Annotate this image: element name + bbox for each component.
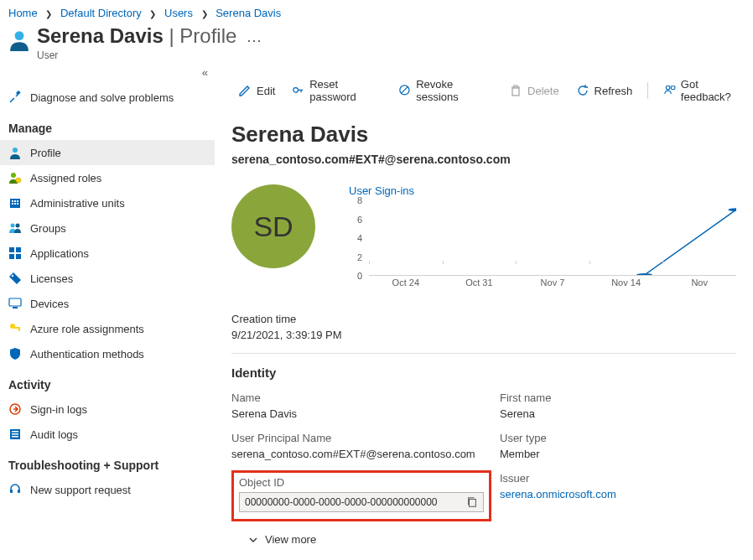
breadcrumb: Home ❯ Default Directory ❯ Users ❯ Seren…: [0, 0, 753, 23]
svg-rect-5: [12, 200, 13, 202]
headset-icon: [8, 483, 22, 496]
monitor-icon: [8, 297, 22, 310]
issuer-link[interactable]: serena.onmicrosoft.com: [500, 488, 616, 500]
svg-rect-10: [17, 203, 18, 205]
svg-point-17: [12, 275, 13, 277]
usertype-value: Member: [500, 448, 736, 460]
wrench-icon: [8, 91, 22, 104]
sidebar-item-label: Licenses: [30, 272, 73, 285]
breadcrumb-users[interactable]: Users: [164, 7, 193, 19]
chevron-right-icon: ❯: [45, 9, 52, 18]
issuer-label: Issuer: [500, 472, 736, 485]
sidebar-heading-manage: Manage: [0, 115, 215, 140]
creation-time-label: Creation time: [231, 313, 736, 325]
block-icon: [398, 84, 411, 97]
name-value: Serena Davis: [231, 407, 491, 420]
reset-password-button[interactable]: Reset password: [285, 75, 388, 106]
revoke-sessions-button[interactable]: Revoke sessions: [392, 75, 499, 106]
svg-point-11: [11, 224, 15, 228]
profile-display-name: Serena Davis: [231, 122, 736, 148]
sidebar-item-label: Groups: [30, 222, 66, 235]
upn-label: User Principal Name: [231, 432, 491, 444]
svg-rect-34: [671, 86, 675, 90]
svg-point-35: [636, 273, 652, 275]
sidebar-item-label: New support request: [30, 484, 131, 496]
sidebar-item-assigned-roles[interactable]: Assigned roles: [0, 165, 215, 190]
upn-value: serena_contoso.com#EXT#@serena.contoso.c…: [231, 448, 491, 460]
sidebar-item-profile[interactable]: Profile: [0, 140, 215, 165]
breadcrumb-directory[interactable]: Default Directory: [60, 7, 142, 19]
object-id-highlight: Object ID 00000000-0000-0000-0000-000000…: [231, 470, 491, 521]
sidebar-item-auth-methods[interactable]: Authentication methods: [0, 341, 215, 366]
objectid-label: Object ID: [239, 476, 484, 489]
breadcrumb-home[interactable]: Home: [8, 7, 38, 19]
view-more-toggle[interactable]: View more: [231, 533, 736, 546]
sidebar-item-diagnose[interactable]: Diagnose and solve problems: [0, 85, 215, 110]
svg-point-3: [16, 178, 21, 183]
sidebar-item-label: Diagnose and solve problems: [30, 91, 174, 104]
sidebar-item-label: Assigned roles: [30, 172, 101, 184]
sidebar-item-licenses[interactable]: Licenses: [0, 266, 215, 291]
chevron-right-icon: ❯: [149, 9, 156, 18]
sidebar-item-label: Profile: [30, 147, 61, 159]
svg-rect-21: [14, 327, 20, 329]
delete-button: Delete: [502, 80, 566, 101]
svg-rect-26: [12, 433, 18, 435]
sidebar-item-label: Audit logs: [30, 428, 78, 441]
toolbar-separator: [647, 82, 648, 99]
svg-rect-25: [12, 431, 18, 433]
sidebar-item-groups[interactable]: Groups: [0, 215, 215, 241]
objectid-field[interactable]: 00000000-0000-0000-0000-000000000000: [239, 492, 484, 512]
sidebar-item-devices[interactable]: Devices: [0, 291, 215, 316]
collapse-sidebar-icon[interactable]: «: [202, 66, 208, 79]
breadcrumb-user[interactable]: Serena Davis: [216, 7, 281, 19]
svg-point-0: [15, 31, 24, 40]
sidebar-item-label: Applications: [30, 247, 89, 260]
person-badge-icon: [8, 171, 22, 184]
list-icon: [8, 428, 22, 441]
svg-point-36: [728, 208, 736, 211]
sidebar-item-applications[interactable]: Applications: [0, 241, 215, 266]
sidebar-item-audit-logs[interactable]: Audit logs: [0, 422, 215, 447]
sidebar-item-label: Authentication methods: [30, 348, 144, 360]
feedback-icon: [663, 84, 676, 97]
key-icon: [292, 84, 304, 97]
svg-rect-16: [16, 254, 21, 259]
firstname-value: Serena: [500, 407, 736, 420]
svg-point-30: [293, 88, 299, 93]
chevron-right-icon: ❯: [201, 9, 208, 18]
svg-rect-19: [13, 307, 18, 309]
svg-point-12: [16, 224, 20, 228]
sidebar-item-label: Devices: [30, 298, 69, 310]
sidebar-heading-activity: Activity: [0, 371, 215, 397]
feedback-button[interactable]: Got feedback?: [657, 75, 753, 106]
more-actions-icon[interactable]: ⋯: [247, 31, 262, 49]
person-icon: [8, 146, 22, 159]
sidebar-item-azure-role[interactable]: Azure role assignments: [0, 316, 215, 341]
refresh-button[interactable]: Refresh: [569, 80, 640, 101]
signins-chart: User Sign-ins 02468 Oct 24Oct 31Nov 7Nov…: [349, 184, 736, 293]
svg-point-2: [11, 173, 16, 178]
edit-icon: [238, 84, 252, 97]
sidebar-item-support[interactable]: New support request: [0, 477, 215, 502]
tag-icon: [8, 272, 22, 285]
sidebar-item-signin-logs[interactable]: Sign-in logs: [0, 397, 215, 422]
avatar: SD: [231, 184, 315, 268]
firstname-label: First name: [500, 391, 736, 404]
svg-rect-9: [14, 203, 16, 205]
signin-icon: [8, 402, 22, 416]
copy-icon[interactable]: [466, 496, 478, 508]
objectid-value: 00000000-0000-0000-0000-000000000000: [245, 496, 438, 508]
identity-heading: Identity: [231, 366, 736, 380]
key-icon: [8, 322, 22, 335]
svg-rect-22: [18, 329, 20, 331]
sidebar-item-admin-units[interactable]: Administrative units: [0, 190, 215, 215]
refresh-icon: [576, 84, 589, 97]
trash-icon: [509, 84, 522, 97]
grid-icon: [8, 246, 22, 260]
person-icon: [8, 29, 30, 51]
svg-rect-14: [16, 247, 21, 252]
svg-point-1: [13, 148, 18, 153]
edit-button[interactable]: Edit: [231, 80, 282, 101]
toolbar: Edit Reset password Revoke sessions Dele…: [231, 66, 753, 113]
